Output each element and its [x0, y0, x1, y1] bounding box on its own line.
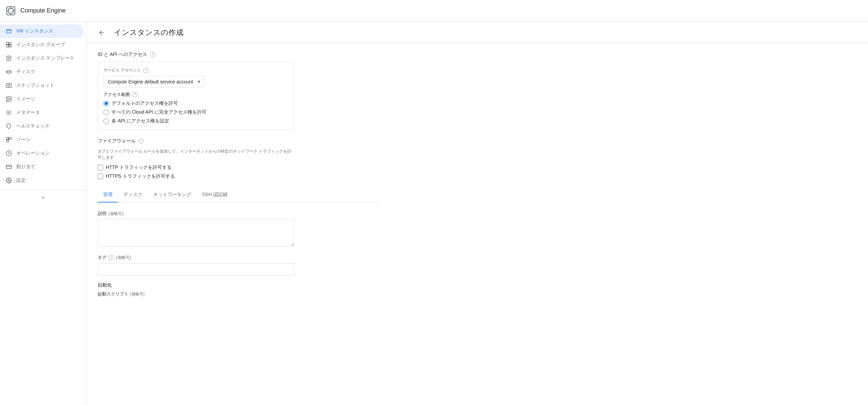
- access-scope-radio-group: デフォルトのアクセス権を許可 すべての Cloud API に完全アクセス権を許…: [103, 100, 289, 124]
- sidebar-item-disks[interactable]: ディスク: [0, 65, 84, 79]
- sidebar-label-operations: オペレーション: [16, 150, 50, 156]
- identity-help-icon[interactable]: ?: [150, 52, 155, 57]
- svg-rect-11: [9, 45, 11, 47]
- sidebar-label-snapshots: スナップショット: [16, 82, 54, 89]
- compute-engine-icon: [5, 5, 16, 16]
- sidebar-label-metadata: メタデータ: [16, 110, 40, 116]
- health-checks-icon: [5, 123, 12, 130]
- instance-groups-icon: [5, 41, 12, 48]
- sidebar-item-vm-instances[interactable]: VM インスタンス: [0, 24, 84, 38]
- sidebar-label-disks: ディスク: [16, 69, 35, 75]
- tags-label: タグ ? (省略可): [98, 254, 381, 261]
- snapshots-icon: [5, 82, 12, 89]
- description-label: 説明 (省略可): [98, 211, 381, 217]
- sidebar-item-health-checks[interactable]: ヘルスチェック: [0, 119, 84, 133]
- svg-point-21: [7, 98, 8, 98]
- sidebar: VM インスタンス インスタンス グループ インスタンス テンプレート ディスク: [0, 22, 87, 405]
- tab-ssh[interactable]: SSH 認証鍵: [197, 188, 233, 203]
- sidebar-item-snapshots[interactable]: スナップショット: [0, 79, 84, 92]
- content-tabs: 管理 ディスク ネットワーキング SSH 認証鍵: [98, 188, 381, 203]
- sidebar-label-images: イメージ: [16, 96, 35, 102]
- service-account-help-icon[interactable]: ?: [143, 68, 149, 73]
- sidebar-item-zones[interactable]: ゾーン: [0, 133, 84, 147]
- service-account-select[interactable]: Compute Engine default service account: [103, 76, 204, 88]
- description-input[interactable]: [98, 219, 294, 247]
- http-checkbox[interactable]: [98, 165, 103, 170]
- sidebar-label-health-checks: ヘルスチェック: [16, 123, 50, 129]
- startup-script-label: 起動スクリプト (省略可): [98, 291, 381, 297]
- main-layout: VM インスタンス インスタンス グループ インスタンス テンプレート ディスク: [0, 22, 868, 405]
- svg-rect-18: [6, 83, 12, 88]
- disks-icon: [5, 69, 12, 75]
- svg-point-19: [8, 84, 10, 86]
- operations-icon: [5, 150, 12, 157]
- page-title: インスタンスの作成: [114, 27, 183, 38]
- firewall-help-icon[interactable]: ?: [138, 138, 144, 144]
- service-account-label: サービス アカウント ?: [103, 68, 289, 73]
- zones-icon: [5, 136, 12, 143]
- sidebar-label-instance-groups: インスタンス グループ: [16, 42, 65, 48]
- identity-api-title: ID と API へのアクセス ?: [98, 52, 381, 58]
- sidebar-item-settings[interactable]: 設定: [0, 174, 84, 187]
- tags-help-icon[interactable]: ?: [108, 255, 114, 260]
- service-account-select-wrapper: Compute Engine default service account ▼: [103, 76, 204, 88]
- checkbox-https[interactable]: HTTPS トラフィックを許可する: [98, 173, 381, 179]
- svg-rect-9: [9, 42, 11, 44]
- sidebar-label-quota: 割り当て: [16, 164, 35, 170]
- tags-input[interactable]: [98, 263, 294, 275]
- automation-section: 自動化 起動スクリプト (省略可): [98, 282, 381, 297]
- firewall-checkbox-group: HTTP トラフィックを許可する HTTPS トラフィックを許可する: [98, 165, 381, 179]
- access-scope-help-icon[interactable]: ?: [132, 92, 137, 97]
- sidebar-item-instance-templates[interactable]: インスタンス テンプレート: [0, 52, 84, 65]
- svg-rect-25: [6, 137, 8, 139]
- sidebar-label-vm-instances: VM インスタンス: [16, 28, 53, 34]
- tags-field-group: タグ ? (省略可): [98, 254, 381, 275]
- automation-title: 自動化: [98, 282, 381, 288]
- checkbox-http[interactable]: HTTP トラフィックを許可する: [98, 165, 381, 171]
- images-icon: [5, 96, 12, 102]
- sidebar-label-instance-templates: インスタンス テンプレート: [16, 55, 75, 61]
- instance-templates-icon: [5, 55, 12, 62]
- service-account-box: サービス アカウント ? Compute Engine default serv…: [98, 62, 294, 130]
- svg-rect-1: [8, 8, 13, 13]
- identity-api-section: ID と API へのアクセス ? サービス アカウント ? Compute E…: [98, 52, 381, 130]
- sidebar-label-settings: 設定: [16, 177, 26, 184]
- radio-default-access[interactable]: デフォルトのアクセス権を許可: [103, 100, 289, 107]
- content-area: ID と API へのアクセス ? サービス アカウント ? Compute E…: [87, 43, 392, 305]
- tab-disk[interactable]: ディスク: [118, 188, 148, 203]
- radio-custom-access[interactable]: 各 API にアクセス権を設定: [103, 118, 289, 124]
- page-header: インスタンスの作成: [87, 22, 868, 43]
- svg-rect-27: [6, 140, 8, 142]
- https-checkbox[interactable]: [98, 174, 103, 179]
- tab-management[interactable]: 管理: [98, 188, 118, 203]
- sidebar-collapse-button[interactable]: «: [0, 190, 86, 204]
- vm-instances-icon: [5, 28, 12, 35]
- sidebar-item-images[interactable]: イメージ: [0, 92, 84, 106]
- svg-rect-29: [6, 165, 12, 169]
- tab-networking[interactable]: ネットワーキング: [148, 188, 197, 203]
- svg-point-31: [8, 180, 10, 181]
- main-content: インスタンスの作成 ID と API へのアクセス ? サービス アカウント ?: [87, 22, 868, 405]
- svg-rect-26: [9, 137, 11, 139]
- description-field-group: 説明 (省略可): [98, 211, 381, 248]
- svg-rect-10: [6, 45, 8, 47]
- svg-rect-8: [6, 42, 8, 44]
- app-header: Compute Engine: [0, 0, 868, 22]
- firewall-title: ファイアウォール ?: [98, 138, 381, 144]
- metadata-icon: [5, 109, 12, 116]
- sidebar-item-operations[interactable]: オペレーション: [0, 147, 84, 160]
- sidebar-label-zones: ゾーン: [16, 137, 31, 143]
- sidebar-item-metadata[interactable]: メタデータ: [0, 106, 84, 119]
- firewall-description: タグとファイアウォール ルールを追加して、インターネットからの特定のネットワーク…: [98, 148, 294, 160]
- back-button[interactable]: [95, 26, 108, 39]
- sidebar-item-quota[interactable]: 割り当て: [0, 160, 84, 174]
- sidebar-item-instance-groups[interactable]: インスタンス グループ: [0, 38, 84, 52]
- quota-icon: [5, 163, 12, 170]
- settings-icon: [5, 177, 12, 184]
- access-scope-label: アクセス範囲 ?: [103, 92, 289, 98]
- svg-rect-6: [6, 30, 11, 33]
- firewall-section: ファイアウォール ? タグとファイアウォール ルールを追加して、インターネットか…: [98, 138, 381, 179]
- app-title: Compute Engine: [20, 7, 66, 14]
- radio-full-access[interactable]: すべての Cloud API に完全アクセス権を許可: [103, 109, 289, 115]
